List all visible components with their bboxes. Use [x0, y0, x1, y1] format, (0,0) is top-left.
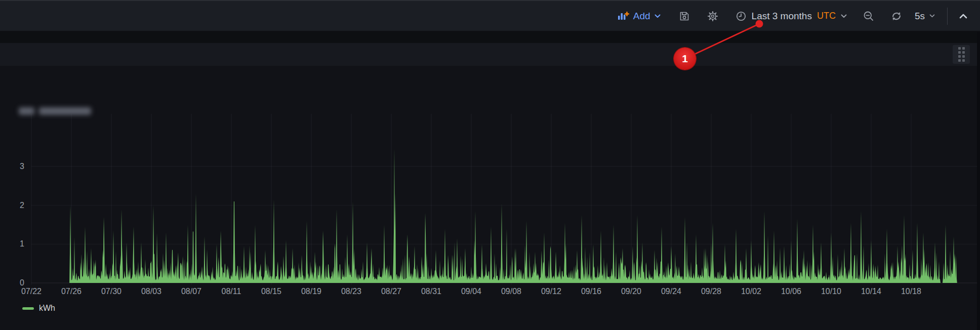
add-panel-icon: [617, 11, 629, 21]
chevron-up-icon: [959, 13, 968, 19]
zoom-out-icon: [863, 11, 874, 22]
x-tick-label: 09/12: [534, 286, 569, 297]
time-range-label: Last 3 months: [752, 11, 812, 22]
x-tick-label: 09/04: [454, 286, 489, 297]
save-dashboard-button[interactable]: [674, 5, 695, 27]
x-tick-label: 09/16: [574, 286, 609, 297]
refresh-button[interactable]: [885, 5, 908, 27]
x-tick-label: 08/23: [334, 286, 369, 297]
refresh-icon: [890, 10, 903, 22]
x-tick-label: 10/14: [853, 286, 889, 297]
chart-legend: kWh: [22, 304, 55, 313]
x-tick-label: 09/20: [614, 286, 649, 297]
dashboard-toolbar: Add L: [0, 0, 980, 31]
refresh-interval-dropdown[interactable]: 5s: [910, 5, 940, 27]
x-tick-label: 08/31: [414, 286, 449, 297]
toolbar-divider: [947, 8, 948, 25]
y-tick-label: 2: [5, 200, 24, 211]
x-tick-label: 08/07: [174, 286, 209, 297]
legend-item-kwh[interactable]: kWh: [22, 304, 55, 313]
collapse-toolbar-button[interactable]: [954, 5, 973, 27]
x-tick-label: 08/27: [374, 286, 409, 297]
save-icon: [679, 11, 690, 22]
add-button-label: Add: [633, 11, 650, 22]
x-tick-label: 07/26: [54, 286, 89, 297]
x-tick-label: 09/28: [693, 286, 729, 297]
x-tick-label: 09/08: [494, 286, 529, 297]
chevron-down-icon: [841, 14, 847, 18]
y-tick-label: 1: [5, 239, 24, 249]
add-button[interactable]: Add: [612, 5, 666, 27]
legend-label: kWh: [39, 304, 55, 313]
x-tick-label: 10/18: [893, 286, 929, 297]
x-tick-label: 10/06: [773, 286, 809, 297]
x-tick-label: 08/15: [254, 286, 289, 297]
y-tick-label: 3: [5, 161, 24, 172]
x-tick-label: 10/02: [733, 286, 769, 297]
timezone-label: UTC: [817, 11, 836, 21]
y-tick-label: 0: [5, 278, 24, 288]
x-tick-label: 08/11: [214, 286, 249, 297]
chevron-down-icon: [655, 14, 661, 18]
annotation-step-badge: 1: [674, 48, 696, 70]
x-tick-label: 08/03: [134, 286, 169, 297]
chevron-down-icon: [929, 14, 935, 18]
time-series-chart[interactable]: [0, 0, 980, 330]
refresh-interval-label: 5s: [915, 11, 925, 22]
annotation-step-number: 1: [682, 53, 688, 65]
legend-swatch: [22, 307, 34, 310]
dashboard-settings-button[interactable]: [702, 5, 723, 27]
x-tick-label: 08/19: [294, 286, 329, 297]
x-tick-label: 07/22: [14, 286, 49, 297]
zoom-out-button[interactable]: [858, 5, 879, 27]
x-tick-label: 07/30: [94, 286, 129, 297]
gear-icon: [707, 11, 718, 22]
x-tick-label: 09/24: [654, 286, 689, 297]
time-range-picker[interactable]: Last 3 months UTC: [730, 5, 852, 27]
x-tick-label: 10/10: [813, 286, 849, 297]
clock-icon: [736, 11, 747, 22]
